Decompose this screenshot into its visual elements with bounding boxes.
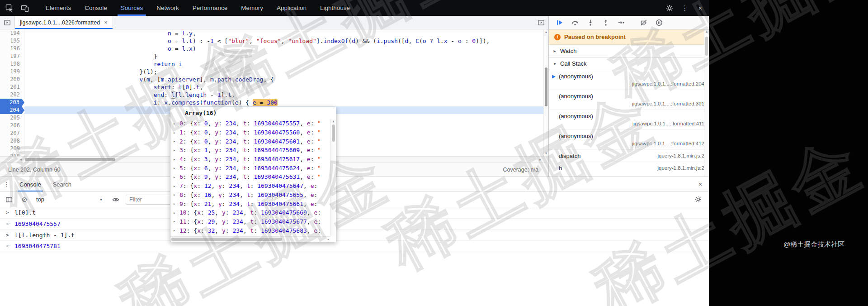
tab-lighthouse[interactable]: Lighthouse bbox=[313, 0, 357, 16]
tab-console[interactable]: Console bbox=[78, 0, 114, 16]
clear-console-icon[interactable]: ⊘ bbox=[19, 194, 30, 205]
array-entry-9[interactable]: ▸9: {x: 21, y: 234, t: 1693040475661, e: bbox=[170, 199, 330, 208]
scrollbar-thumb[interactable] bbox=[332, 124, 335, 142]
scroll-up-arrow-icon[interactable]: ▲ bbox=[704, 30, 709, 33]
line-number-206[interactable]: 206 bbox=[0, 122, 24, 129]
scroll-right-arrow-icon[interactable]: ▸ bbox=[327, 237, 330, 242]
array-entry-3[interactable]: ▸3: {x: 1, y: 234, t: 1693040475609, e: … bbox=[170, 146, 330, 155]
inspect-element-icon[interactable] bbox=[2, 0, 17, 16]
line-number-205[interactable]: 205 bbox=[0, 114, 24, 122]
step-button[interactable] bbox=[615, 17, 627, 29]
more-options-kebab-icon[interactable]: ⋮ bbox=[677, 0, 693, 16]
line-number-209[interactable]: 209 bbox=[0, 145, 24, 153]
array-entry-7[interactable]: ▸7: {x: 12, y: 234, t: 1693040475647, e: bbox=[170, 182, 330, 191]
drawer-menu-kebab-icon[interactable]: ⋮ bbox=[0, 181, 14, 188]
array-entry-5[interactable]: ▸5: {x: 6, y: 234, t: 1693040475624, e: … bbox=[170, 163, 330, 172]
drawer-tab-search[interactable]: Search bbox=[47, 177, 77, 191]
line-number-194[interactable]: 194 bbox=[0, 29, 24, 37]
close-devtools-icon[interactable]: × bbox=[693, 0, 708, 16]
array-entry-1[interactable]: ▸1: {x: 0, y: 234, t: 1693040475560, e: … bbox=[170, 128, 330, 137]
close-tab-icon[interactable]: × bbox=[104, 19, 108, 25]
line-number-198[interactable]: 198 bbox=[0, 60, 24, 68]
code-text[interactable]: start: l[0].t, bbox=[24, 83, 548, 91]
scrollbar-thumb[interactable] bbox=[705, 37, 708, 56]
line-number-202[interactable]: 202 bbox=[0, 91, 24, 99]
tab-application[interactable]: Application bbox=[270, 0, 313, 16]
settings-gear-icon[interactable] bbox=[662, 0, 677, 16]
line-number-195[interactable]: 195 bbox=[0, 37, 24, 45]
scrollbar-thumb[interactable] bbox=[171, 238, 282, 241]
array-entry-12[interactable]: ▸12: {x: 32, y: 234, t: 1693040475683, e… bbox=[170, 226, 330, 235]
call-stack-frame[interactable]: dispatchjquery-1.8.1.min.js:2 bbox=[549, 150, 709, 162]
line-number-199[interactable]: 199 bbox=[0, 68, 24, 76]
pause-on-exceptions-button[interactable] bbox=[653, 17, 665, 29]
coverage-status[interactable]: Coverage: n/a bbox=[503, 167, 538, 173]
code-text[interactable]: o = l.x) bbox=[24, 45, 548, 53]
resume-button[interactable] bbox=[553, 17, 566, 29]
array-entry-6[interactable]: ▸6: {x: 9, y: 234, t: 1693040475631, e: … bbox=[170, 172, 330, 182]
popup-vertical-scrollbar[interactable]: ▲ bbox=[330, 119, 336, 236]
javascript-context-selector[interactable]: top ▾ bbox=[34, 196, 106, 203]
console-sidebar-icon[interactable] bbox=[4, 194, 14, 205]
popup-horizontal-scrollbar[interactable]: ▸ bbox=[170, 236, 330, 242]
line-number-204[interactable]: 204 bbox=[0, 106, 24, 114]
navigator-toggle-icon[interactable] bbox=[0, 16, 14, 29]
line-number-207[interactable]: 207 bbox=[0, 129, 24, 137]
code-text[interactable]: n = l.y, bbox=[24, 29, 548, 37]
tab-memory[interactable]: Memory bbox=[234, 0, 270, 16]
code-text[interactable]: } bbox=[24, 53, 548, 60]
tab-elements[interactable]: Elements bbox=[39, 0, 78, 16]
line-number-200[interactable]: 200 bbox=[0, 76, 24, 83]
editor-panel-icon[interactable] bbox=[534, 16, 548, 29]
scroll-down-arrow-icon[interactable]: ▼ bbox=[544, 151, 548, 156]
sidebar-scrollbar[interactable]: ▲ bbox=[704, 29, 709, 177]
watch-section-header[interactable]: ▸ Watch bbox=[549, 45, 709, 57]
step-out-button[interactable] bbox=[599, 17, 612, 29]
code-text[interactable]: end: l[l.length - 1].t, bbox=[24, 91, 548, 99]
console-result[interactable]: <·1693040475557 bbox=[0, 219, 709, 230]
console-settings-gear-icon[interactable] bbox=[693, 194, 703, 205]
code-text[interactable]: v(m, [m.apiserver], m.path.codeDrag, { bbox=[24, 76, 548, 83]
tab-sources[interactable]: Sources bbox=[114, 0, 150, 16]
console-command[interactable]: >l[0].t bbox=[0, 207, 709, 219]
scroll-up-arrow-icon[interactable]: ▲ bbox=[544, 30, 548, 34]
tab-performance[interactable]: Performance bbox=[186, 0, 234, 16]
array-entry-2[interactable]: ▸2: {x: 0, y: 234, t: 1693040475601, e: … bbox=[170, 137, 330, 146]
array-entry-4[interactable]: ▸4: {x: 3, y: 234, t: 1693040475617, e: … bbox=[170, 155, 330, 164]
scrollbar-thumb[interactable] bbox=[25, 158, 115, 161]
deactivate-breakpoints-button[interactable] bbox=[637, 17, 650, 29]
drawer-tab-console[interactable]: Console bbox=[14, 177, 47, 191]
code-text[interactable]: i: x.compress(function(e) { e = 300 bbox=[24, 99, 548, 106]
code-text[interactable]: return i bbox=[24, 60, 548, 68]
call-stack-section-header[interactable]: ▾ Call Stack bbox=[549, 57, 709, 70]
array-entry-0[interactable]: ▸0: {x: 0, y: 234, t: 1693040475557, e: … bbox=[170, 119, 330, 128]
call-stack-frame[interactable]: (anonymous)jigsawpc.1.0.1....:formatted:… bbox=[549, 110, 709, 130]
call-stack-frame[interactable]: hjquery-1.8.1.min.js:2 bbox=[549, 162, 709, 174]
code-text[interactable]: o = l.t) : -1 < ["blur", "focus", "unloa… bbox=[24, 37, 548, 45]
array-entry-11[interactable]: ▸11: {x: 29, y: 234, t: 1693040475677, e… bbox=[170, 217, 330, 226]
editor-vertical-scrollbar[interactable]: ▲ ▼ bbox=[543, 29, 548, 156]
call-stack-frame[interactable]: (anonymous)jigsawpc.1.0.1....:formatted:… bbox=[549, 90, 709, 110]
line-number-203[interactable]: 203 bbox=[0, 99, 24, 106]
array-entry-10[interactable]: ▸10: {x: 25, y: 234, t: 1693040475669, e… bbox=[170, 208, 330, 217]
step-into-button[interactable] bbox=[584, 17, 597, 29]
line-number-208[interactable]: 208 bbox=[0, 137, 24, 145]
live-expression-eye-icon[interactable] bbox=[110, 194, 121, 205]
code-text[interactable]: }(l); bbox=[24, 68, 548, 76]
call-stack-frame[interactable]: (anonymous)jigsawpc.1.0.1....:formatted:… bbox=[549, 130, 709, 150]
close-drawer-icon[interactable]: × bbox=[692, 181, 709, 188]
source-file-tab[interactable]: jigsawpc.1.0.1....0226:formatted × bbox=[14, 16, 113, 29]
device-toolbar-icon[interactable] bbox=[17, 0, 33, 16]
line-number-201[interactable]: 201 bbox=[0, 83, 24, 91]
tab-network[interactable]: Network bbox=[150, 0, 186, 16]
line-number-210[interactable]: 210 bbox=[0, 153, 24, 156]
scroll-up-arrow-icon[interactable]: ▲ bbox=[331, 120, 336, 123]
console-command[interactable]: >l[l.length - 1].t bbox=[0, 230, 709, 241]
call-stack-frame[interactable]: ▶(anonymous)jigsawpc.1.0.1....:formatted… bbox=[549, 70, 709, 90]
step-over-button[interactable] bbox=[569, 17, 581, 29]
array-entry-8[interactable]: ▸8: {x: 16, y: 234, t: 1693040475655, e: bbox=[170, 191, 330, 200]
line-number-196[interactable]: 196 bbox=[0, 45, 24, 53]
console-result[interactable]: <·1693040475781 bbox=[0, 241, 709, 252]
scrollbar-thumb[interactable] bbox=[545, 67, 547, 106]
line-number-197[interactable]: 197 bbox=[0, 53, 24, 60]
